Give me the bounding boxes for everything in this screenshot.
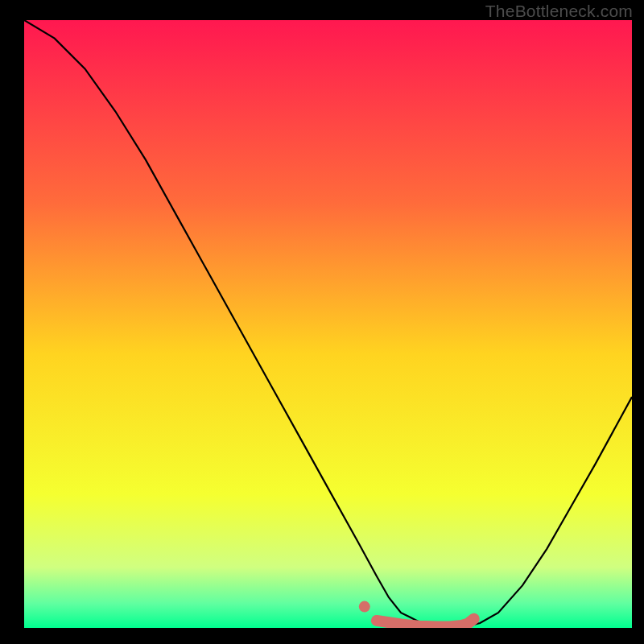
watermark-text: TheBottleneck.com <box>485 2 633 21</box>
chart-container: TheBottleneck.com <box>0 0 644 644</box>
chart-svg <box>24 20 632 628</box>
highlight-start-dot <box>359 601 370 613</box>
plot-area <box>24 20 632 628</box>
